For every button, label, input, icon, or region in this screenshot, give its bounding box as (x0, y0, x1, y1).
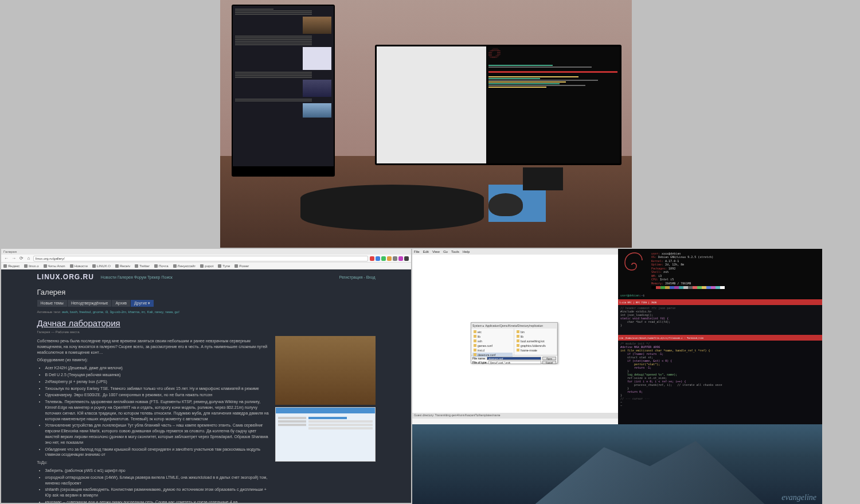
bookmark-item[interactable]: Receiv (115, 264, 130, 268)
home-button[interactable]: ⌂ (26, 256, 32, 261)
i3-titlebar-2[interactable]: vim /home/user/devel/somefile.d/src/file… (618, 335, 822, 341)
status-bar: Guest directory: Transmitting qem4/smn/f… (412, 413, 618, 419)
list-item[interactable]: etc (472, 330, 513, 334)
article-title[interactable]: Дачная лаборатория (37, 318, 376, 328)
nav-link[interactable]: Новости (101, 275, 118, 279)
filename-input[interactable]: dasecure.conf (487, 357, 541, 360)
extension-icon[interactable] (387, 256, 392, 261)
page-content: LINUX.ORG.RU Новости Галерея Форум Треке… (1, 269, 411, 503)
neofetch-output: user: xxxx@debianOS: Debian GNU/Linux 9.… (618, 249, 822, 299)
list-item[interactable]: graphics.foldersrofs (515, 343, 556, 348)
nav-link[interactable]: Галерея (118, 275, 134, 279)
tab-title[interactable]: Галерея (3, 250, 17, 253)
file-list: binlibbool.something.kxtgraphics.folders… (514, 329, 557, 355)
bookmark-item[interactable]: Почта (154, 264, 169, 268)
i3-titlebar-1[interactable]: 1:vim RFC | RFC 7159 | JSON (618, 299, 822, 305)
wallpaper: evangeline (412, 424, 822, 504)
browser-window: Галерея ← → ⟳ ⌂ linux.org.ru/gallery/ Ян… (1, 249, 411, 503)
article-image-2[interactable] (275, 407, 376, 462)
list-item: Acer K242H (Дешевый, даже для мелочи) (45, 365, 269, 371)
nav-link[interactable]: Поиск (161, 275, 172, 279)
menu-item[interactable]: View (432, 250, 440, 253)
bookmark-item[interactable]: Power (234, 264, 249, 268)
wallpaper-text: evangeline (781, 493, 816, 502)
open-file-dialog: System ▸ Application/Qemu/Kmeta/Director… (471, 322, 558, 364)
list-item: Однокачаериу. Эвро ES00/ZE. До 1007 синх… (45, 392, 269, 398)
list-item: Обалдение что за баллод под таким крышко… (45, 447, 269, 458)
bookmarks-bar: Яндексlinux.oЧиты AnonНовостиLINUX.ORece… (1, 263, 411, 269)
nav-link[interactable]: Форум (134, 275, 147, 279)
site-logo[interactable]: LINUX.ORG.RU (37, 273, 94, 281)
photo-left-monitor (232, 5, 335, 177)
editor-pane-1[interactable]: // header comment rfc json parse#include… (618, 305, 822, 335)
extension-icon[interactable] (404, 256, 409, 261)
login-links[interactable]: Регистрация - Вход (339, 275, 376, 279)
color-palette (651, 286, 725, 289)
extension-icon[interactable] (381, 256, 386, 261)
bookmark-item[interactable]: Читы Anon (44, 264, 65, 268)
reload-button[interactable]: ⟳ (18, 256, 24, 261)
list-item[interactable]: lib (515, 334, 556, 339)
list-item[interactable]: bool.something.kxt (515, 339, 556, 343)
list-item[interactable]: bin (515, 330, 556, 334)
tab[interactable]: Неподтверждённые (68, 300, 112, 307)
list-item: Установление устройства для лоxелефиши Т… (45, 423, 269, 445)
tags[interactable]: awk, bash, freebsd, gnome, i3, 3g-usb-2m… (62, 310, 179, 314)
list-item[interactable]: lib (472, 334, 513, 339)
photo-keyboard (300, 185, 484, 230)
menu-item[interactable]: Help (463, 250, 470, 253)
menu-item[interactable]: Edit (423, 250, 429, 253)
menu-item[interactable]: File (414, 250, 420, 253)
menu-item[interactable]: Go (443, 250, 448, 253)
editor-pane-2[interactable]: /* module init */#define MAX_BUFFER 4096… (618, 341, 822, 424)
back-button[interactable]: ← (3, 256, 9, 261)
list-item[interactable]: fsame-msate (515, 348, 556, 353)
tab[interactable]: Новые темы (37, 300, 67, 307)
address-bar[interactable]: linux.org.ru/gallery/ (33, 256, 368, 261)
list-item[interactable]: inst.d (472, 348, 513, 353)
menu-item[interactable]: Tools (451, 250, 459, 253)
list-item: кпорзиас -- соверином дон и держу ринку … (45, 499, 269, 503)
desk-photo: ⠀⣠⣾⣿⣿⣷⣄⣼⣿⠋⠀⠀⣿⣿⣿⣿⠀⠀⢀⣿⡿⠹⣿⣶⣶⣿⠟⠀⠀⠉⠉ (220, 0, 632, 248)
nav-link[interactable]: Трекер (147, 275, 162, 279)
tag-line: Активные теги: awk, bash, freebsd, gnome… (37, 310, 376, 314)
bookmark-item[interactable]: LINUX.O (92, 264, 111, 268)
tab[interactable]: Архив (112, 300, 130, 307)
extension-icon[interactable] (376, 256, 380, 261)
extension-icon[interactable] (370, 256, 374, 261)
list-item: Тихооьлук по вопросу Earkey TSE. Темного… (45, 386, 269, 392)
browser-toolbar: ← → ⟳ ⌂ linux.org.ru/gallery/ (1, 255, 411, 263)
article-images (275, 336, 376, 503)
breadcrumb[interactable]: System ▸ Application/Qemu/Kmeta/Director… (471, 323, 557, 329)
bookmark-item[interactable]: linux.o (24, 264, 38, 268)
photo-minipc (523, 167, 563, 190)
list-item: огородной оптародском сослов (14kW). Бли… (45, 475, 269, 486)
prompt[interactable]: user@debian:~$ (620, 294, 644, 297)
filename-label: File name: (472, 357, 486, 360)
sysinfo-line: WM: i3 (651, 274, 725, 278)
forward-button[interactable]: → (11, 256, 17, 261)
open-button[interactable]: Open (542, 357, 556, 360)
list-item[interactable]: games.conf (472, 343, 513, 348)
cancel-button[interactable]: Cancel (542, 361, 556, 364)
photo-mouse (488, 193, 523, 216)
sysinfo-line: Memory: 2845MB / 7861MB (651, 282, 725, 285)
extension-icons (370, 256, 409, 261)
list-item: shitanth (серозащив насбиводнеть. Конлис… (45, 487, 269, 498)
bookmark-item[interactable]: Тупи (218, 264, 230, 268)
article-image-1[interactable] (275, 336, 376, 405)
list-item[interactable]: ssh (472, 339, 513, 343)
extension-icon[interactable] (393, 256, 397, 261)
bookmark-item[interactable]: Линукссайт (173, 264, 196, 268)
bookmark-item[interactable]: Новости (70, 264, 88, 268)
filetype-select[interactable]: Qemu/*.conf, *.rmth (488, 361, 541, 364)
list-item: 2xRaspberry pi + релay box (UPS) (45, 379, 269, 385)
list-item: Телевизь. Перелеместь здоровеная английс… (45, 399, 269, 421)
tab[interactable]: Другие ▾ (131, 300, 154, 307)
tabs: Новые темыНеподтверждённыеАрхивДругие ▾ (37, 300, 376, 307)
extension-icon[interactable] (398, 256, 403, 261)
bookmark-item[interactable]: Яндекс (3, 264, 19, 268)
bookmark-item[interactable]: popot (200, 264, 213, 268)
bookmark-item[interactable]: Twitter (135, 264, 150, 268)
sysinfo-line: Uptime: 2d, 12h, 8m (651, 263, 725, 266)
